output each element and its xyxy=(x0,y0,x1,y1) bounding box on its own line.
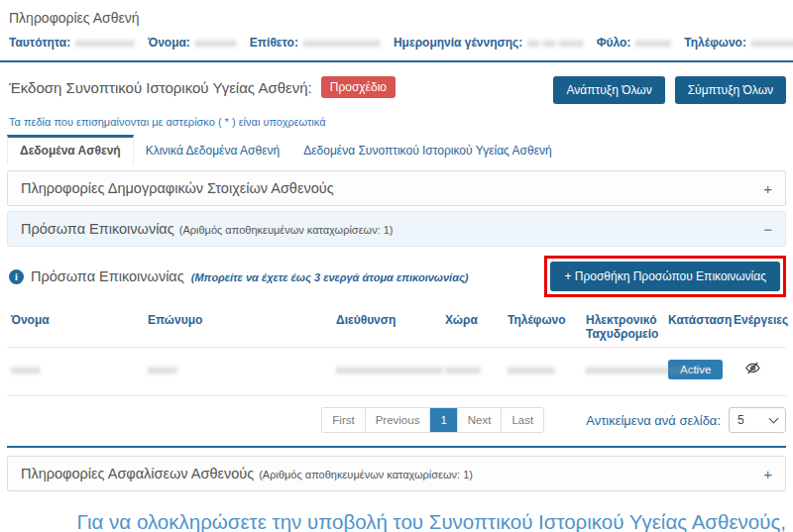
pager-page-1[interactable]: 1 xyxy=(430,408,457,432)
accordion-title: Πρόσωπα Επικοινωνίας xyxy=(21,221,174,237)
table-header-row: Όνομα Επώνυμο Διεύθυνση Χώρα Τηλέφωνο Ηλ… xyxy=(7,305,786,348)
cell-surname-redacted: xxxxx xyxy=(148,364,177,375)
patient-field-label: Όνομα: xyxy=(148,36,190,50)
contacts-table: Όνομα Επώνυμο Διεύθυνση Χώρα Τηλέφωνο Ηλ… xyxy=(7,305,786,396)
items-per-page-select[interactable]: 5 xyxy=(729,407,786,433)
patient-field-label: Επίθετο: xyxy=(250,36,298,50)
patient-field-surname: Επίθετο: xxxxxxxxxxxxx xyxy=(250,36,381,50)
plus-icon[interactable]: + xyxy=(763,181,772,196)
pager-last[interactable]: Last xyxy=(502,408,543,432)
patient-field-phone: Τηλέφωνο: xxxxxxxx xyxy=(684,36,793,50)
column-header-country: Χώρα xyxy=(441,305,504,348)
contacts-title-group: i Πρόσωπα Επικοινωνίας (Μπορείτε να έχετ… xyxy=(9,268,469,284)
column-header-surname: Επώνυμο xyxy=(144,305,332,348)
accordion-title: Πληροφορίες Ασφαλίσεων Ασθενούς xyxy=(21,466,254,481)
accordion-demographics-title-group: Πληροφορίες Δημογραφικών Στοιχείων Ασθεν… xyxy=(21,180,334,196)
pager: First Previous 1 Next Last xyxy=(321,407,544,433)
items-per-page-value: 5 xyxy=(737,413,744,427)
items-per-page-label: Αντικείμενα ανά σελίδα: xyxy=(586,413,721,428)
patient-field-label: Φύλο: xyxy=(597,36,631,50)
add-contact-button[interactable]: + Προσθήκη Προσώπου Επικοινωνίας xyxy=(550,262,780,291)
accordion-demographics[interactable]: Πληροφορίες Δημογραφικών Στοιχείων Ασθεν… xyxy=(7,170,786,206)
minus-icon[interactable]: − xyxy=(763,222,772,237)
deactivate-contact-button[interactable] xyxy=(745,361,760,378)
cell-name-redacted: xxxxx xyxy=(11,364,41,375)
patient-field-dob: Ημερομηνία γέννησης: xx-xx-xxxx xyxy=(394,36,584,50)
patient-field-label: Τηλέφωνο: xyxy=(684,36,746,50)
items-per-page-group: Αντικείμενα ανά σελίδα: 5 xyxy=(586,407,786,433)
patient-field-firstname: Όνομα: xxxxxxx xyxy=(148,36,237,50)
header-divider xyxy=(0,60,793,62)
info-icon: i xyxy=(9,269,24,284)
accordion-count: (Αριθμός αποθηκευμένων καταχωρίσεων: 1) xyxy=(259,469,473,480)
version-title-group: Έκδοση Συνοπτικού Ιστορικού Υγείας Ασθεν… xyxy=(9,76,396,98)
accordion-count: (Αριθμός αποθηκευμένων καταχωρίσεων: 1) xyxy=(179,224,394,236)
patient-field-sex: Φύλο: xxxxxx xyxy=(597,36,672,50)
plus-icon[interactable]: + xyxy=(763,467,772,481)
column-header-email: Ηλεκτρονικό Ταχυδρομείο xyxy=(582,305,664,348)
tab-patient-data[interactable]: Δεδομένα Ασθενή xyxy=(7,135,134,165)
pager-previous[interactable]: Previous xyxy=(366,408,431,432)
accordion-contacts-title-group: Πρόσωπα Επικοινωνίας (Αριθμός αποθηκευμέ… xyxy=(21,221,394,237)
draft-status-badge: Προσχέδιο xyxy=(321,76,396,98)
collapse-all-button[interactable]: Σύμπτυξη Όλων xyxy=(675,76,786,104)
accordion-insurance-title-group: Πληροφορίες Ασφαλίσεων Ασθενούς (Αριθμός… xyxy=(21,466,473,481)
submission-instruction-message: Για να ολοκληρώσετε την υποβολή του Συνο… xyxy=(7,506,786,532)
page-title: Πληροφορίες Ασθενή xyxy=(9,10,786,26)
patient-field-value-redacted: xx-xx-xxxx xyxy=(527,37,583,49)
column-header-address: Διεύθυνση xyxy=(332,305,441,348)
pagination-bar: First Previous 1 Next Last Αντικείμενα α… xyxy=(7,407,786,433)
patient-field-id: Ταυτότητα: xxxxxxxxxx xyxy=(9,36,135,50)
column-header-name: Όνομα xyxy=(7,305,144,348)
column-header-status: Κατάσταση xyxy=(664,305,730,348)
accordion-title: Πληροφορίες Δημογραφικών Στοιχείων Ασθεν… xyxy=(21,180,334,196)
pager-first[interactable]: First xyxy=(322,408,365,432)
expand-collapse-group: Ανάπτυξη Όλων Σύμπτυξη Όλων xyxy=(553,76,786,104)
contacts-panel-bottom-border xyxy=(7,446,786,448)
expand-all-button[interactable]: Ανάπτυξη Όλων xyxy=(553,76,664,104)
patient-field-value-redacted: xxxxxxx xyxy=(195,37,237,49)
tab-bar: Δεδομένα Ασθενή Κλινικά Δεδομένα Ασθενή … xyxy=(7,135,786,165)
patient-field-label: Ημερομηνία γέννησης: xyxy=(394,36,522,50)
cell-country-redacted: xxxxxx xyxy=(445,364,481,375)
cell-phone-redacted: xxxxxxxx xyxy=(508,364,555,375)
table-row: xxxxx xxxxx xxxxxxxxxxxxxxxxxx xxxxxx xx… xyxy=(7,348,786,396)
contacts-hint: (Μπορείτε να έχετε έως 3 ενεργά άτομα επ… xyxy=(191,271,469,283)
version-header: Έκδοση Συνοπτικού Ιστορικού Υγείας Ασθεν… xyxy=(7,76,786,104)
tab-summary-history-data[interactable]: Δεδομένα Συνοπτικού Ιστορικού Υγείας Ασθ… xyxy=(291,135,563,165)
column-header-actions: Ενέργειες xyxy=(730,305,786,348)
patient-field-label: Ταυτότητα: xyxy=(9,36,70,50)
patient-field-value-redacted: xxxxxxxxxx xyxy=(75,37,135,49)
version-title: Έκδοση Συνοπτικού Ιστορικού Υγείας Ασθεν… xyxy=(9,79,312,96)
tab-clinical-data[interactable]: Κλινικά Δεδομένα Ασθενή xyxy=(134,135,292,165)
highlight-annotation: + Προσθήκη Προσώπου Επικοινωνίας xyxy=(544,256,786,297)
cell-email-redacted: xxxxxxxxxxxxxxxxxx xyxy=(586,364,693,375)
patient-field-value-redacted: xxxxxxxxxxxxx xyxy=(303,37,381,49)
accordion-contacts[interactable]: Πρόσωπα Επικοινωνίας (Αριθμός αποθηκευμέ… xyxy=(7,211,786,247)
accordion-insurance[interactable]: Πληροφορίες Ασφαλίσεων Ασθενούς (Αριθμός… xyxy=(7,456,786,491)
column-header-phone: Τηλέφωνο xyxy=(504,305,582,348)
patient-info-bar: Ταυτότητα: xxxxxxxxxx Όνομα: xxxxxxx Επί… xyxy=(9,36,786,50)
eye-slash-icon xyxy=(745,364,760,378)
patient-field-value-redacted: xxxxxxxx xyxy=(751,37,793,49)
contacts-section-header: i Πρόσωπα Επικοινωνίας (Μπορείτε να έχετ… xyxy=(7,256,786,297)
contacts-section-title: Πρόσωπα Επικοινωνίας xyxy=(31,268,184,284)
pager-next[interactable]: Next xyxy=(458,408,503,432)
patient-summary-page: Πληροφορίες Ασθενή Ταυτότητα: xxxxxxxxxx… xyxy=(0,0,793,532)
chevron-down-icon xyxy=(769,414,779,424)
required-fields-note: Τα πεδία που επισημαίνονται με αστερίσκο… xyxy=(9,116,786,128)
patient-field-value-redacted: xxxxxx xyxy=(635,37,671,49)
cell-address-redacted: xxxxxxxxxxxxxxxxxx xyxy=(336,364,443,375)
